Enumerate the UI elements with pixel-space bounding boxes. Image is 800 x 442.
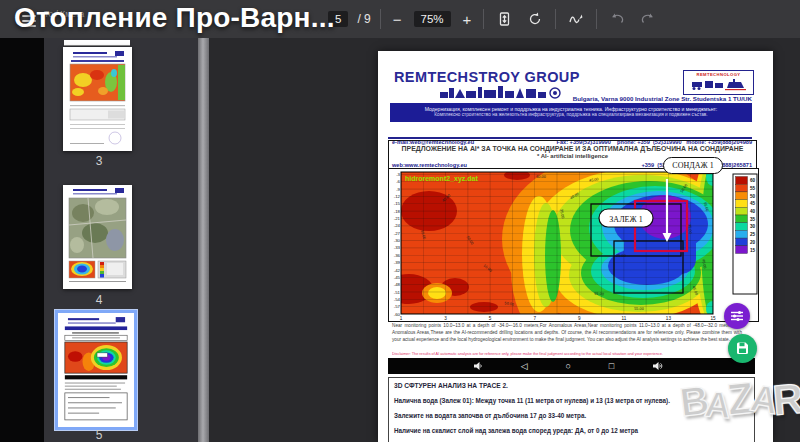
svg-text:30: 30	[750, 224, 756, 229]
recents-icon: □	[609, 362, 614, 371]
bazar-watermark: B A Z A R	[680, 374, 800, 424]
redo-icon	[640, 11, 656, 27]
svg-text:40: 40	[750, 209, 756, 214]
thumbnail-page-4-preview	[63, 185, 132, 289]
save-fab	[728, 334, 757, 363]
svg-text:55: 55	[750, 186, 756, 191]
letterbox-strip	[0, 38, 44, 442]
thumbnail-page-5-label[interactable]: 5	[44, 428, 154, 442]
svg-text:-3: -3	[396, 172, 400, 177]
sidebar-divider[interactable]	[198, 38, 209, 442]
thumbnail-page-5-selected[interactable]	[55, 310, 137, 430]
logo-caption: REMTECHNOLOGY	[684, 72, 753, 77]
thumbnail-page-4[interactable]	[63, 185, 132, 289]
svg-text:-42: -42	[394, 268, 401, 273]
rotate-button[interactable]	[524, 7, 546, 31]
settings-fab	[724, 303, 750, 329]
svg-text:-54: -54	[394, 297, 401, 302]
svg-text:-18: -18	[394, 209, 401, 214]
svg-text:-51: -51	[394, 290, 401, 295]
screenshot-root: 5 / 9 − 75% +	[0, 0, 800, 442]
svg-text:-39: -39	[394, 260, 401, 265]
svg-text:-36: -36	[394, 253, 401, 258]
sliders-icon	[730, 309, 744, 323]
svg-text:-21: -21	[394, 216, 401, 221]
separator	[596, 9, 597, 29]
banner-line-2: Комплексно строителство на железопътна и…	[390, 112, 752, 117]
svg-text:-24: -24	[394, 223, 401, 228]
svg-text:-45: -45	[394, 275, 401, 280]
svg-text:60: 60	[750, 178, 756, 183]
zoom-level-input[interactable]: 75%	[414, 11, 451, 27]
svg-text:65.00: 65.00	[594, 292, 604, 297]
zoom-out-button[interactable]: −	[390, 11, 405, 28]
svg-text:ЗАЛЕЖ 1: ЗАЛЕЖ 1	[609, 215, 642, 224]
svg-text:-27: -27	[394, 231, 401, 236]
zalezh-callout: ЗАЛЕЖ 1	[599, 209, 653, 227]
separator	[380, 9, 381, 29]
separator	[555, 9, 556, 29]
company-logo: REMTECHNOLOGY	[683, 70, 754, 95]
contour-map: 45.0055.0050.0055.0050.0060.0035.0040.00…	[388, 168, 757, 320]
svg-text:-30: -30	[394, 238, 401, 243]
separator	[483, 9, 484, 29]
svg-text:55.00: 55.00	[634, 307, 644, 311]
svg-text:50: 50	[750, 194, 756, 199]
svg-text:-33: -33	[394, 245, 401, 250]
volume-down-icon	[473, 361, 483, 371]
undo-button[interactable]	[606, 7, 628, 31]
android-nav-bar: ◁ ○ □	[388, 358, 755, 374]
company-address: Bulgaria, Varna 9000 Industrial Zone Str…	[498, 95, 752, 102]
svg-text:-57: -57	[394, 304, 401, 309]
disclaimer-text: Disclaimer: The results of AI automatic …	[392, 352, 732, 356]
svg-text:-48: -48	[394, 282, 401, 287]
fit-page-icon	[497, 11, 512, 27]
svg-text:15: 15	[710, 316, 716, 321]
conclusions-line-3: Наличие на скалист слой над залежа вода …	[394, 427, 754, 434]
ai-analysis-text: Near monitoring points 10.0~13.0 at a de…	[392, 322, 742, 343]
svg-text:-6: -6	[396, 179, 400, 184]
thumbnail-page-3-label[interactable]: 3	[44, 154, 154, 168]
fit-page-button[interactable]	[493, 7, 515, 31]
home-icon: ○	[566, 362, 571, 371]
annotate-button[interactable]	[565, 7, 587, 31]
proposal-title: ПРЕДЛОЖЕНИЕ НА AI* ЗА ТОЧКА НА СОНДИРАНЕ…	[389, 145, 756, 152]
contour-map-svg: 45.0055.0050.0055.0050.0060.0035.0040.00…	[388, 168, 759, 322]
zoom-in-button[interactable]: +	[460, 11, 475, 28]
company-name: REMTECHSTROY GROUP	[394, 69, 580, 85]
svg-text:3: 3	[444, 316, 447, 321]
company-banner: Модернизация, комплексен ремонт и поддръ…	[390, 103, 752, 122]
thumbnail-page-5-preview	[58, 315, 134, 423]
back-icon: ◁	[521, 362, 528, 371]
undo-icon	[609, 11, 625, 27]
toolbar-controls: 5 / 9 − 75% +	[328, 0, 659, 38]
video-title-overlay: Отопление Про-Варн...	[14, 2, 335, 34]
svg-text:-9: -9	[396, 187, 400, 192]
logo-ship-icon	[689, 79, 749, 91]
thumbnail-page-3[interactable]	[63, 47, 132, 151]
svg-text:11: 11	[621, 316, 626, 321]
thumbnail-sidebar[interactable]: 3 4	[44, 38, 198, 442]
svg-text:1: 1	[400, 316, 403, 321]
svg-text:7: 7	[533, 316, 536, 321]
svg-text:13: 13	[666, 316, 672, 321]
redo-button[interactable]	[637, 7, 659, 31]
banner-line-1: Модернизация, комплексен ремонт и поддръ…	[390, 103, 752, 112]
svg-text:-60: -60	[394, 312, 401, 317]
thumbnail-page-3-preview	[63, 47, 132, 151]
draw-icon	[568, 11, 584, 27]
svg-text:-12: -12	[394, 194, 401, 199]
svg-text:20: 20	[750, 240, 756, 245]
page-total-label: / 9	[357, 12, 370, 26]
svg-text:-15: -15	[394, 201, 401, 206]
floppy-save-icon	[735, 341, 750, 356]
svg-text:25: 25	[750, 232, 756, 237]
sondaj-callout: СОНДАЖ 1	[663, 157, 723, 174]
data-file-label: hidroremont2_xyz.dat	[405, 175, 478, 183]
colorbar-legend: 60555045403530252015	[733, 174, 757, 294]
svg-text:35.00: 35.00	[688, 224, 693, 234]
svg-text:35: 35	[750, 217, 756, 222]
thumbnail-page-4-label[interactable]: 4	[44, 293, 154, 307]
header-rule	[388, 137, 752, 139]
svg-text:60.00: 60.00	[536, 175, 546, 179]
